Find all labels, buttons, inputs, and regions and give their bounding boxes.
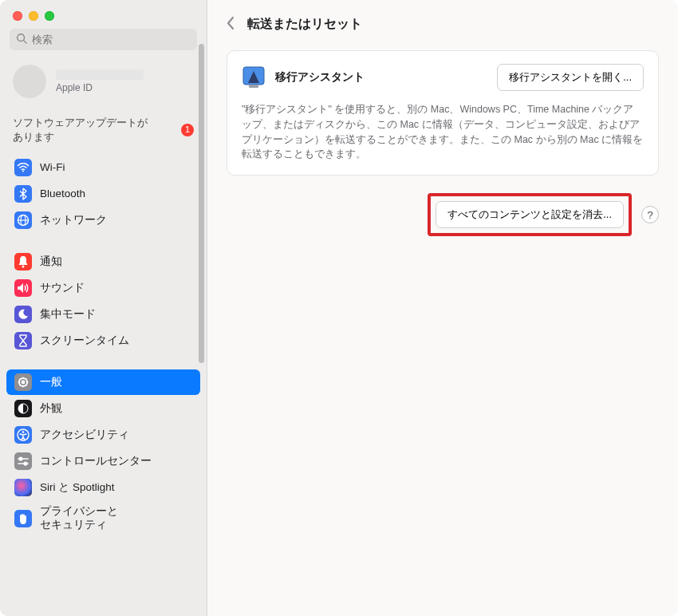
sidebar-item-label: Wi-Fi <box>40 161 65 175</box>
svg-line-1 <box>24 41 27 44</box>
accessibility-icon <box>14 426 32 444</box>
search-field[interactable] <box>10 29 197 50</box>
header: 転送またはリセット <box>207 0 678 50</box>
minimize-window-button[interactable] <box>29 11 38 21</box>
sidebar: Apple ID ソフトウェアアップデートがあります 1 Wi-Fi Bluet… <box>0 0 207 616</box>
sidebar-item-label: スクリーンタイム <box>40 334 129 348</box>
sidebar-item-label: 集中モード <box>40 308 96 322</box>
sidebar-item-label: サウンド <box>40 282 85 295</box>
migration-assistant-panel: 移行アシスタント 移行アシスタントを開く... "移行アシスタント" を使用する… <box>227 50 659 176</box>
bell-icon <box>14 253 32 270</box>
svg-point-14 <box>19 458 22 461</box>
sidebar-nav: Wi-Fi Bluetooth ネットワーク 通知 <box>0 154 207 537</box>
search-icon <box>16 33 32 46</box>
sidebar-item-label: 一般 <box>40 376 62 389</box>
account-name-redacted <box>56 69 144 80</box>
fullscreen-window-button[interactable] <box>45 11 54 21</box>
sidebar-item-focus[interactable]: 集中モード <box>6 302 200 327</box>
sidebar-item-appearance[interactable]: 外観 <box>6 396 200 421</box>
update-badge: 1 <box>181 124 194 136</box>
software-update-row[interactable]: ソフトウェアアップデートがあります 1 <box>0 109 207 154</box>
back-button[interactable] <box>223 14 238 34</box>
sidebar-item-privacy[interactable]: プライバシーと セキュリティ <box>6 501 200 536</box>
sidebar-item-general[interactable]: 一般 <box>6 369 200 395</box>
sidebar-scrollbar[interactable] <box>199 44 204 363</box>
apple-id-row[interactable]: Apple ID <box>0 57 207 109</box>
svg-point-6 <box>22 266 25 268</box>
network-icon <box>14 211 32 229</box>
page-title: 転送またはリセット <box>247 16 362 33</box>
open-migration-assistant-button[interactable]: 移行アシスタントを開く... <box>497 64 644 91</box>
sidebar-item-label: コントロールセンター <box>40 455 152 468</box>
apple-id-label: Apple ID <box>56 82 144 93</box>
migration-assistant-description: "移行アシスタント" を使用すると、別の Mac、Windows PC、Time… <box>242 102 644 162</box>
appearance-icon <box>14 400 32 417</box>
window-controls <box>0 0 207 29</box>
moon-icon <box>14 306 32 323</box>
sidebar-item-label: Siri と Spotlight <box>40 481 115 495</box>
help-button[interactable]: ? <box>641 206 659 223</box>
svg-point-12 <box>22 432 25 434</box>
software-update-label: ソフトウェアアップデートがあります <box>13 116 148 144</box>
migration-assistant-icon <box>242 65 266 89</box>
gear-icon <box>14 373 32 391</box>
speaker-icon <box>14 279 32 297</box>
sidebar-item-label: Bluetooth <box>40 188 85 201</box>
close-window-button[interactable] <box>13 11 22 21</box>
erase-highlight: すべてのコンテンツと設定を消去... <box>428 193 632 236</box>
wifi-icon <box>14 159 32 176</box>
sliders-icon <box>14 452 32 470</box>
hourglass-icon <box>14 332 32 349</box>
svg-rect-19 <box>249 85 258 88</box>
svg-point-2 <box>22 171 24 172</box>
sidebar-item-label: ネットワーク <box>40 214 107 227</box>
sidebar-item-bluetooth[interactable]: Bluetooth <box>6 181 200 207</box>
sidebar-item-notifications[interactable]: 通知 <box>6 249 200 274</box>
sidebar-item-label: アクセシビリティ <box>40 428 129 442</box>
sidebar-item-label: プライバシーと セキュリティ <box>40 505 118 532</box>
search-input[interactable] <box>32 34 191 45</box>
migration-assistant-title: 移行アシスタント <box>275 70 365 85</box>
sidebar-item-accessibility[interactable]: アクセシビリティ <box>6 422 200 448</box>
sidebar-item-control-center[interactable]: コントロールセンター <box>6 448 200 474</box>
hand-icon <box>14 510 32 527</box>
bluetooth-icon <box>14 185 32 203</box>
main-content: 転送またはリセット 移行アシスタント 移行アシスタントを開く... "移行アシス… <box>207 0 678 616</box>
svg-point-7 <box>22 381 26 385</box>
erase-all-content-button[interactable]: すべてのコンテンツと設定を消去... <box>436 201 624 228</box>
sidebar-item-wifi[interactable]: Wi-Fi <box>6 155 200 180</box>
svg-point-16 <box>24 463 27 466</box>
sidebar-item-screentime[interactable]: スクリーンタイム <box>6 328 200 353</box>
siri-icon <box>14 479 32 496</box>
sidebar-item-label: 外観 <box>40 402 62 416</box>
sidebar-item-label: 通知 <box>40 255 62 269</box>
sidebar-item-sound[interactable]: サウンド <box>6 275 200 301</box>
avatar <box>13 65 46 98</box>
sidebar-item-siri[interactable]: Siri と Spotlight <box>6 475 200 500</box>
settings-window: Apple ID ソフトウェアアップデートがあります 1 Wi-Fi Bluet… <box>0 0 678 616</box>
sidebar-item-network[interactable]: ネットワーク <box>6 207 200 233</box>
